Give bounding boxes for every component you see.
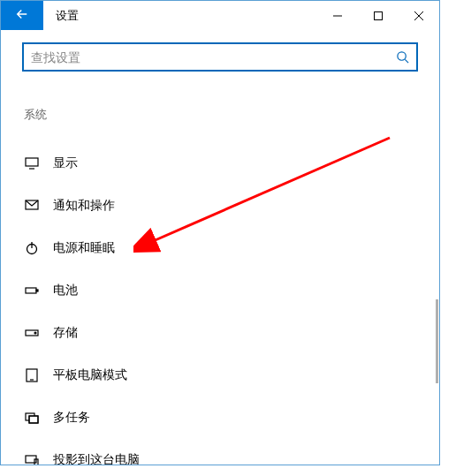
- nav-item-notifications[interactable]: 通知和操作: [22, 185, 418, 227]
- svg-rect-6: [26, 158, 38, 166]
- storage-icon: [24, 325, 40, 341]
- nav-label: 平板电脑模式: [53, 367, 127, 383]
- minimize-button[interactable]: [317, 1, 358, 30]
- svg-rect-18: [29, 416, 38, 423]
- content-area: 系统 显示 通知和操作 电源和睡眠: [1, 30, 439, 465]
- maximize-button[interactable]: [358, 1, 399, 30]
- back-button[interactable]: [1, 1, 43, 30]
- notifications-icon: [24, 198, 40, 214]
- nav-item-storage[interactable]: 存储: [22, 312, 418, 354]
- display-icon: [24, 155, 40, 171]
- project-icon: [24, 452, 40, 465]
- nav-label: 存储: [53, 325, 78, 341]
- nav-item-project[interactable]: 投影到这台电脑: [22, 439, 418, 465]
- window-controls: [317, 1, 439, 30]
- maximize-icon: [374, 9, 383, 23]
- close-button[interactable]: [399, 1, 439, 30]
- search-icon: [396, 50, 409, 64]
- nav-item-display[interactable]: 显示: [22, 142, 418, 185]
- tablet-icon: [24, 367, 40, 383]
- svg-line-5: [405, 59, 408, 63]
- nav-label: 电源和睡眠: [53, 240, 115, 256]
- nav-item-multitask[interactable]: 多任务: [22, 397, 418, 439]
- nav-label: 显示: [53, 155, 78, 171]
- nav-item-tablet[interactable]: 平板电脑模式: [22, 354, 418, 397]
- battery-icon: [24, 283, 40, 298]
- power-icon: [24, 240, 40, 256]
- nav-label: 通知和操作: [53, 198, 115, 214]
- nav-item-battery[interactable]: 电池: [22, 269, 418, 312]
- nav-label: 投影到这台电脑: [53, 452, 140, 465]
- nav-label: 多任务: [53, 410, 90, 426]
- svg-rect-1: [375, 11, 383, 19]
- back-arrow-icon: [14, 6, 30, 25]
- scrollbar-thumb[interactable]: [436, 299, 438, 383]
- search-input[interactable]: [31, 50, 396, 64]
- close-icon: [414, 9, 423, 23]
- settings-window: 设置 系统: [0, 0, 440, 465]
- svg-rect-12: [36, 290, 38, 291]
- titlebar: 设置: [1, 1, 439, 30]
- svg-point-4: [398, 52, 406, 60]
- section-header: 系统: [22, 107, 418, 123]
- svg-rect-11: [26, 288, 36, 293]
- nav-list: 显示 通知和操作 电源和睡眠 电池: [22, 142, 418, 465]
- window-title: 设置: [43, 1, 317, 30]
- nav-item-power[interactable]: 电源和睡眠: [22, 227, 418, 269]
- search-box[interactable]: [22, 42, 418, 72]
- minimize-icon: [333, 9, 342, 23]
- svg-point-14: [34, 332, 36, 334]
- multitask-icon: [24, 410, 40, 426]
- nav-label: 电池: [53, 283, 78, 298]
